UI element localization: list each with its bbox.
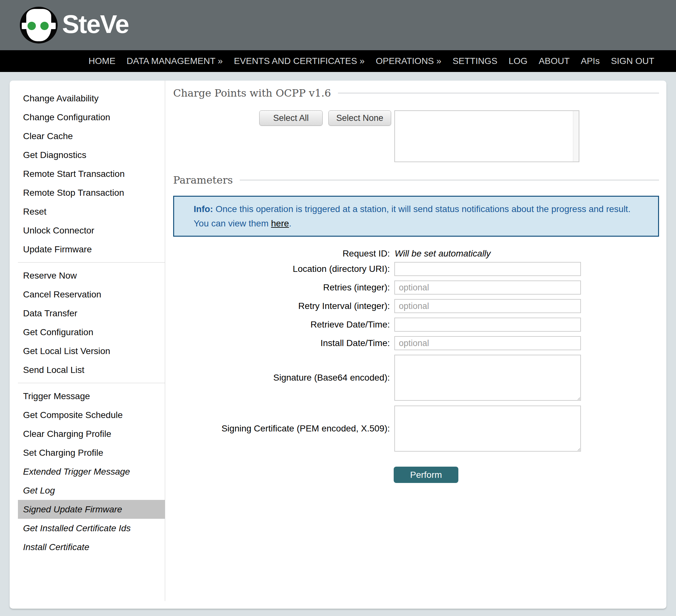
select-none-button[interactable]: Select None bbox=[328, 110, 391, 126]
nav-sign-out[interactable]: SIGN OUT bbox=[611, 56, 654, 66]
install-datetime-label: Install Date/Time: bbox=[173, 338, 390, 348]
retrieve-datetime-label: Retrieve Date/Time: bbox=[173, 319, 390, 330]
retry-interval-label: Retry Interval (integer): bbox=[173, 301, 390, 311]
charge-point-selector: Select All Select None bbox=[259, 110, 659, 162]
listbox-scrollbar[interactable] bbox=[573, 111, 579, 162]
install-datetime-row: Install Date/Time: bbox=[173, 336, 659, 350]
main-nav: HOME DATA MANAGEMENT » EVENTS AND CERTIF… bbox=[0, 50, 676, 72]
request-id-value: Will be set automatically bbox=[395, 248, 491, 259]
perform-button[interactable]: Perform bbox=[394, 467, 458, 483]
signature-label: Signature (Base64 encoded): bbox=[173, 373, 390, 383]
sidebar-item-cancel-reservation[interactable]: Cancel Reservation bbox=[18, 285, 165, 304]
sidebar-item-change-configuration[interactable]: Change Configuration bbox=[18, 108, 165, 127]
install-datetime-input[interactable] bbox=[394, 336, 581, 350]
content-card: Change Availability Change Configuration… bbox=[10, 80, 666, 609]
app-logo[interactable]: SteVe bbox=[20, 7, 129, 44]
sidebar-item-change-availability[interactable]: Change Availability bbox=[18, 89, 165, 108]
charge-point-listbox[interactable] bbox=[394, 110, 579, 162]
retries-row: Retries (integer): bbox=[173, 281, 659, 295]
sidebar-item-get-composite-schedule[interactable]: Get Composite Schedule bbox=[18, 406, 165, 424]
sidebar-item-reserve-now[interactable]: Reserve Now bbox=[18, 266, 165, 285]
sidebar-item-unlock-connector[interactable]: Unlock Connector bbox=[18, 221, 165, 240]
request-id-label: Request ID: bbox=[173, 248, 390, 259]
retry-interval-row: Retry Interval (integer): bbox=[173, 299, 659, 313]
signing-certificate-row: Signing Certificate (PEM encoded, X.509)… bbox=[173, 406, 659, 451]
charge-points-section-title: Charge Points with OCPP v1.6 bbox=[173, 86, 659, 100]
nav-home[interactable]: HOME bbox=[89, 56, 116, 66]
signing-certificate-textarea[interactable] bbox=[394, 406, 581, 451]
sidebar-item-install-certificate[interactable]: Install Certificate bbox=[18, 538, 165, 556]
sidebar-item-extended-trigger-message[interactable]: Extended Trigger Message bbox=[18, 462, 165, 481]
sidebar-item-get-diagnostics[interactable]: Get Diagnostics bbox=[18, 145, 165, 165]
nav-about[interactable]: ABOUT bbox=[539, 56, 569, 66]
parameters-section-title: Parameters bbox=[173, 173, 659, 187]
location-label: Location (directory URI): bbox=[173, 264, 390, 274]
signature-row: Signature (Base64 encoded): bbox=[173, 355, 659, 401]
sidebar-item-data-transfer[interactable]: Data Transfer bbox=[18, 304, 165, 323]
parameters-form: Request ID: Will be set automatically Lo… bbox=[173, 247, 659, 483]
location-input[interactable] bbox=[394, 262, 581, 276]
perform-row: Perform bbox=[173, 467, 659, 483]
retrieve-datetime-input[interactable] bbox=[394, 318, 581, 332]
page: SteVe HOME DATA MANAGEMENT » EVENTS AND … bbox=[0, 0, 676, 616]
sidebar-item-signed-update-firmware[interactable]: Signed Update Firmware bbox=[18, 500, 165, 519]
sidebar-divider bbox=[18, 383, 165, 383]
sidebar-item-get-log[interactable]: Get Log bbox=[18, 481, 165, 500]
retries-input[interactable] bbox=[394, 281, 581, 295]
retries-label: Retries (integer): bbox=[173, 283, 390, 293]
app-title: SteVe bbox=[62, 10, 129, 39]
sidebar-item-get-local-list-version[interactable]: Get Local List Version bbox=[18, 342, 165, 361]
sidebar-item-send-local-list[interactable]: Send Local List bbox=[18, 361, 165, 379]
sidebar-item-remote-start-transaction[interactable]: Remote Start Transaction bbox=[18, 165, 165, 183]
nav-log[interactable]: LOG bbox=[509, 56, 527, 66]
info-box: Info: Once this operation is triggered a… bbox=[173, 196, 659, 237]
info-line-1: Info: Once this operation is triggered a… bbox=[194, 202, 645, 216]
status-notifications-link[interactable]: here bbox=[271, 219, 289, 228]
app-header: SteVe bbox=[0, 0, 676, 50]
sidebar-item-get-configuration[interactable]: Get Configuration bbox=[18, 323, 165, 342]
retry-interval-input[interactable] bbox=[394, 299, 581, 313]
info-line-2: You can view them here. bbox=[194, 216, 645, 231]
nav-apis[interactable]: APIs bbox=[581, 56, 600, 66]
sidebar-item-reset[interactable]: Reset bbox=[18, 202, 165, 221]
sidebar-item-clear-cache[interactable]: Clear Cache bbox=[18, 127, 165, 145]
nav-events-and-certificates[interactable]: EVENTS AND CERTIFICATES » bbox=[234, 56, 364, 66]
nav-data-management[interactable]: DATA MANAGEMENT » bbox=[127, 56, 223, 66]
main-content: Charge Points with OCPP v1.6 Select All … bbox=[165, 80, 666, 609]
location-row: Location (directory URI): bbox=[173, 262, 659, 276]
select-all-button[interactable]: Select All bbox=[259, 110, 323, 126]
request-id-row: Request ID: Will be set automatically bbox=[173, 247, 659, 261]
sidebar-item-remote-stop-transaction[interactable]: Remote Stop Transaction bbox=[18, 183, 165, 202]
info-label: Info: bbox=[194, 204, 213, 214]
nav-settings[interactable]: SETTINGS bbox=[453, 56, 497, 66]
robot-logo-icon bbox=[20, 7, 58, 44]
sidebar-item-trigger-message[interactable]: Trigger Message bbox=[18, 387, 165, 406]
nav-operations[interactable]: OPERATIONS » bbox=[376, 56, 441, 66]
sidebar-item-clear-charging-profile[interactable]: Clear Charging Profile bbox=[18, 424, 165, 443]
signature-textarea[interactable] bbox=[394, 355, 581, 401]
sidebar-item-set-charging-profile[interactable]: Set Charging Profile bbox=[18, 443, 165, 462]
retrieve-datetime-row: Retrieve Date/Time: bbox=[173, 318, 659, 332]
signing-certificate-label: Signing Certificate (PEM encoded, X.509)… bbox=[173, 424, 390, 434]
sidebar-item-update-firmware[interactable]: Update Firmware bbox=[18, 240, 165, 259]
operations-sidebar: Change Availability Change Configuration… bbox=[10, 80, 165, 601]
sidebar-item-get-installed-certificate-ids[interactable]: Get Installed Certificate Ids bbox=[18, 519, 165, 538]
